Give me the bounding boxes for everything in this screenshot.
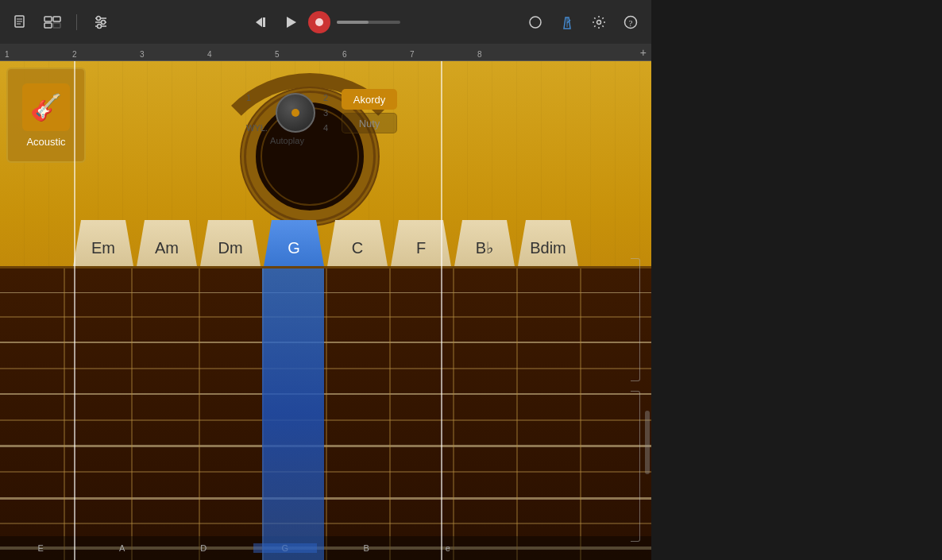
record-button[interactable] (308, 11, 330, 33)
svg-rect-15 (263, 17, 265, 27)
note-label-e2: e (416, 543, 480, 553)
svg-rect-4 (44, 17, 52, 21)
view-toggle-button[interactable] (41, 11, 64, 33)
ruler-mark-7: 7 (408, 50, 476, 59)
svg-point-13 (98, 24, 102, 28)
section-bracket-bottom (631, 391, 640, 542)
svg-marker-16 (287, 17, 296, 28)
toolbar: ? (0, 0, 651, 44)
note-labels: E A D G B e (0, 536, 651, 560)
scroll-track[interactable] (645, 395, 650, 560)
note-label-b: B (334, 543, 398, 553)
ruler-marks: 1 2 3 4 5 6 7 8 (3, 44, 648, 60)
section-bracket-top (631, 258, 640, 381)
fret-vline-3 (199, 268, 200, 560)
svg-rect-5 (53, 17, 60, 21)
svg-text:?: ? (629, 17, 633, 27)
autoplay-pos1: 1 (246, 93, 268, 102)
autoplay-pos4: 4 (323, 123, 328, 133)
note-label-d: D (172, 543, 235, 553)
autoplay-control: 1 WYŁ. 2 3 4 Autoplay (246, 93, 328, 145)
volume-slider[interactable] (337, 21, 400, 24)
right-sidebar (651, 61, 942, 560)
autoplay-knob-area: 1 WYŁ. 2 3 4 (246, 93, 328, 133)
position-marker (441, 61, 442, 560)
ruler-mark-1: 1 (3, 50, 71, 59)
autoplay-left-labels: 1 WYŁ. (246, 93, 271, 133)
fret-vline-7 (453, 268, 454, 560)
svg-point-11 (97, 16, 101, 20)
autoplay-label: Autoplay (270, 136, 304, 145)
svg-rect-7 (53, 23, 60, 28)
autoplay-off: WYŁ. (246, 123, 268, 133)
svg-marker-14 (256, 17, 262, 27)
ruler-mark-6: 6 (341, 50, 408, 59)
play-button[interactable] (280, 11, 302, 33)
guitar-area: 🎸 Acoustic 1 WYŁ. (0, 61, 651, 560)
main-area: 🎸 Acoustic 1 WYŁ. (0, 61, 942, 560)
playhead-marker (74, 61, 75, 560)
track-icon: 🎸 (22, 83, 70, 131)
fret-vline-1 (64, 268, 65, 560)
settings-button[interactable] (588, 11, 610, 33)
ruler-mark-2: 2 (71, 50, 138, 59)
scroll-thumb (645, 411, 650, 474)
mode-buttons: Akordy Nuty (342, 89, 397, 133)
fret-vline-6 (389, 268, 391, 560)
help-button[interactable]: ? (620, 11, 642, 33)
active-string-highlight (262, 268, 324, 560)
svg-point-12 (102, 20, 106, 24)
ruler-mark-4: 4 (206, 50, 273, 59)
knob-indicator (291, 109, 299, 117)
metronome-button[interactable] (556, 11, 578, 33)
mixer-button[interactable] (90, 11, 112, 33)
track-name: Acoustic (26, 136, 65, 148)
transport-controls (251, 11, 400, 33)
note-label-a: A (91, 543, 154, 553)
ruler-mark-8: 8 (476, 50, 543, 59)
new-document-button[interactable] (10, 11, 32, 33)
fret-vline-2 (131, 268, 133, 560)
separator (76, 14, 77, 30)
fret-vline-8 (516, 268, 518, 560)
add-track-button[interactable]: + (640, 46, 647, 59)
fret-vline-5 (326, 268, 327, 560)
rewind-button[interactable] (251, 11, 273, 33)
circle-button[interactable] (524, 11, 546, 33)
timeline-ruler: 1 2 3 4 5 6 7 8 + (0, 44, 651, 61)
autoplay-knob[interactable] (276, 93, 315, 133)
ruler-mark-3: 3 (138, 50, 206, 59)
akordy-button[interactable]: Akordy (342, 89, 397, 110)
svg-rect-6 (44, 23, 52, 28)
autoplay-pos2: 2 (323, 93, 328, 102)
svg-point-21 (597, 20, 601, 24)
note-label-e: E (9, 543, 72, 553)
autoplay-pos3: 3 (323, 108, 328, 118)
svg-point-17 (530, 17, 541, 28)
autoplay-right-labels: 2 3 4 (320, 93, 328, 133)
nuty-button[interactable]: Nuty (342, 113, 397, 133)
ruler-mark-5: 5 (273, 50, 341, 59)
fret-vline-9 (580, 268, 581, 560)
fretboard[interactable]: E A D G B e (0, 266, 651, 560)
